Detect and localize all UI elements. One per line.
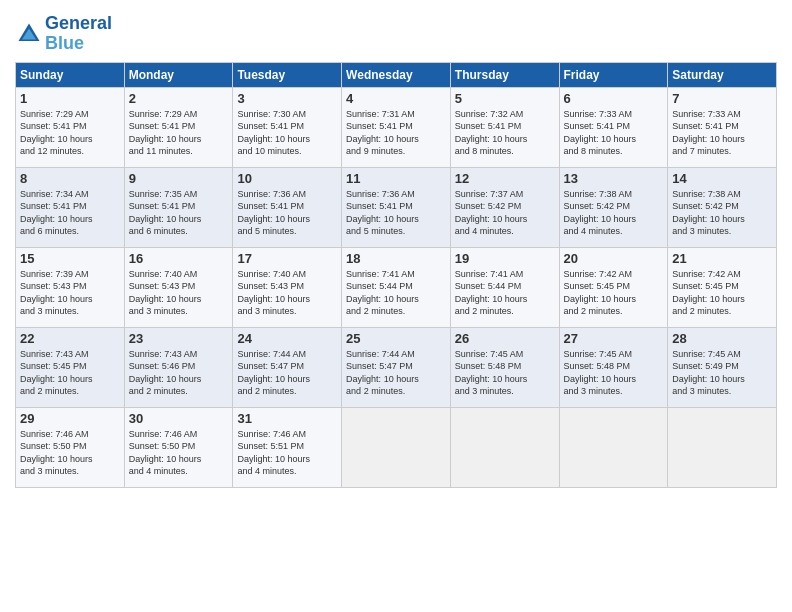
calendar-cell: 3Sunrise: 7:30 AM Sunset: 5:41 PM Daylig… [233,87,342,167]
day-info: Sunrise: 7:43 AM Sunset: 5:46 PM Dayligh… [129,348,229,398]
day-number: 2 [129,91,229,106]
calendar-cell: 23Sunrise: 7:43 AM Sunset: 5:46 PM Dayli… [124,327,233,407]
day-number: 27 [564,331,664,346]
day-info: Sunrise: 7:42 AM Sunset: 5:45 PM Dayligh… [564,268,664,318]
weekday-header: Wednesday [342,62,451,87]
logo-text: General Blue [45,14,112,54]
day-number: 16 [129,251,229,266]
day-number: 29 [20,411,120,426]
calendar-week-row: 15Sunrise: 7:39 AM Sunset: 5:43 PM Dayli… [16,247,777,327]
calendar-cell [559,407,668,487]
calendar-cell [668,407,777,487]
calendar-week-row: 22Sunrise: 7:43 AM Sunset: 5:45 PM Dayli… [16,327,777,407]
day-info: Sunrise: 7:42 AM Sunset: 5:45 PM Dayligh… [672,268,772,318]
calendar-cell: 17Sunrise: 7:40 AM Sunset: 5:43 PM Dayli… [233,247,342,327]
day-number: 12 [455,171,555,186]
day-info: Sunrise: 7:35 AM Sunset: 5:41 PM Dayligh… [129,188,229,238]
day-number: 3 [237,91,337,106]
weekday-header: Friday [559,62,668,87]
day-info: Sunrise: 7:39 AM Sunset: 5:43 PM Dayligh… [20,268,120,318]
day-number: 10 [237,171,337,186]
calendar-cell: 26Sunrise: 7:45 AM Sunset: 5:48 PM Dayli… [450,327,559,407]
calendar-week-row: 1Sunrise: 7:29 AM Sunset: 5:41 PM Daylig… [16,87,777,167]
calendar-cell: 24Sunrise: 7:44 AM Sunset: 5:47 PM Dayli… [233,327,342,407]
calendar-cell: 30Sunrise: 7:46 AM Sunset: 5:50 PM Dayli… [124,407,233,487]
day-number: 22 [20,331,120,346]
calendar-cell: 8Sunrise: 7:34 AM Sunset: 5:41 PM Daylig… [16,167,125,247]
calendar-cell: 11Sunrise: 7:36 AM Sunset: 5:41 PM Dayli… [342,167,451,247]
calendar-cell: 5Sunrise: 7:32 AM Sunset: 5:41 PM Daylig… [450,87,559,167]
day-number: 26 [455,331,555,346]
day-number: 1 [20,91,120,106]
day-number: 23 [129,331,229,346]
day-info: Sunrise: 7:36 AM Sunset: 5:41 PM Dayligh… [237,188,337,238]
day-number: 11 [346,171,446,186]
day-number: 18 [346,251,446,266]
day-number: 5 [455,91,555,106]
calendar-cell: 6Sunrise: 7:33 AM Sunset: 5:41 PM Daylig… [559,87,668,167]
day-number: 17 [237,251,337,266]
calendar-cell: 28Sunrise: 7:45 AM Sunset: 5:49 PM Dayli… [668,327,777,407]
day-number: 24 [237,331,337,346]
calendar-cell: 29Sunrise: 7:46 AM Sunset: 5:50 PM Dayli… [16,407,125,487]
day-info: Sunrise: 7:46 AM Sunset: 5:50 PM Dayligh… [129,428,229,478]
day-info: Sunrise: 7:36 AM Sunset: 5:41 PM Dayligh… [346,188,446,238]
page-container: General Blue SundayMondayTuesdayWednesda… [0,0,792,612]
calendar-cell: 1Sunrise: 7:29 AM Sunset: 5:41 PM Daylig… [16,87,125,167]
day-info: Sunrise: 7:45 AM Sunset: 5:48 PM Dayligh… [455,348,555,398]
day-info: Sunrise: 7:31 AM Sunset: 5:41 PM Dayligh… [346,108,446,158]
calendar-cell: 20Sunrise: 7:42 AM Sunset: 5:45 PM Dayli… [559,247,668,327]
day-info: Sunrise: 7:43 AM Sunset: 5:45 PM Dayligh… [20,348,120,398]
calendar-cell: 22Sunrise: 7:43 AM Sunset: 5:45 PM Dayli… [16,327,125,407]
header-row: SundayMondayTuesdayWednesdayThursdayFrid… [16,62,777,87]
day-info: Sunrise: 7:33 AM Sunset: 5:41 PM Dayligh… [564,108,664,158]
day-number: 19 [455,251,555,266]
day-info: Sunrise: 7:46 AM Sunset: 5:50 PM Dayligh… [20,428,120,478]
calendar-cell: 21Sunrise: 7:42 AM Sunset: 5:45 PM Dayli… [668,247,777,327]
weekday-header: Monday [124,62,233,87]
day-number: 21 [672,251,772,266]
calendar-cell [450,407,559,487]
calendar-cell: 2Sunrise: 7:29 AM Sunset: 5:41 PM Daylig… [124,87,233,167]
calendar-cell: 18Sunrise: 7:41 AM Sunset: 5:44 PM Dayli… [342,247,451,327]
day-info: Sunrise: 7:34 AM Sunset: 5:41 PM Dayligh… [20,188,120,238]
calendar-cell: 7Sunrise: 7:33 AM Sunset: 5:41 PM Daylig… [668,87,777,167]
calendar-cell: 19Sunrise: 7:41 AM Sunset: 5:44 PM Dayli… [450,247,559,327]
calendar-cell: 12Sunrise: 7:37 AM Sunset: 5:42 PM Dayli… [450,167,559,247]
logo: General Blue [15,14,112,54]
weekday-header: Tuesday [233,62,342,87]
calendar-cell: 25Sunrise: 7:44 AM Sunset: 5:47 PM Dayli… [342,327,451,407]
day-number: 31 [237,411,337,426]
weekday-header: Thursday [450,62,559,87]
day-info: Sunrise: 7:45 AM Sunset: 5:48 PM Dayligh… [564,348,664,398]
day-number: 14 [672,171,772,186]
calendar-cell: 16Sunrise: 7:40 AM Sunset: 5:43 PM Dayli… [124,247,233,327]
day-info: Sunrise: 7:29 AM Sunset: 5:41 PM Dayligh… [20,108,120,158]
day-number: 20 [564,251,664,266]
calendar-cell: 27Sunrise: 7:45 AM Sunset: 5:48 PM Dayli… [559,327,668,407]
day-info: Sunrise: 7:33 AM Sunset: 5:41 PM Dayligh… [672,108,772,158]
calendar-cell: 4Sunrise: 7:31 AM Sunset: 5:41 PM Daylig… [342,87,451,167]
day-info: Sunrise: 7:44 AM Sunset: 5:47 PM Dayligh… [237,348,337,398]
day-number: 7 [672,91,772,106]
calendar-week-row: 8Sunrise: 7:34 AM Sunset: 5:41 PM Daylig… [16,167,777,247]
day-number: 13 [564,171,664,186]
day-number: 8 [20,171,120,186]
calendar-cell: 13Sunrise: 7:38 AM Sunset: 5:42 PM Dayli… [559,167,668,247]
weekday-header: Sunday [16,62,125,87]
day-info: Sunrise: 7:41 AM Sunset: 5:44 PM Dayligh… [455,268,555,318]
day-info: Sunrise: 7:45 AM Sunset: 5:49 PM Dayligh… [672,348,772,398]
calendar-cell: 9Sunrise: 7:35 AM Sunset: 5:41 PM Daylig… [124,167,233,247]
day-number: 25 [346,331,446,346]
calendar-cell: 10Sunrise: 7:36 AM Sunset: 5:41 PM Dayli… [233,167,342,247]
day-number: 15 [20,251,120,266]
day-info: Sunrise: 7:38 AM Sunset: 5:42 PM Dayligh… [564,188,664,238]
calendar-table: SundayMondayTuesdayWednesdayThursdayFrid… [15,62,777,488]
day-info: Sunrise: 7:46 AM Sunset: 5:51 PM Dayligh… [237,428,337,478]
calendar-week-row: 29Sunrise: 7:46 AM Sunset: 5:50 PM Dayli… [16,407,777,487]
day-info: Sunrise: 7:29 AM Sunset: 5:41 PM Dayligh… [129,108,229,158]
day-number: 6 [564,91,664,106]
day-number: 28 [672,331,772,346]
day-number: 4 [346,91,446,106]
header: General Blue [15,10,777,54]
